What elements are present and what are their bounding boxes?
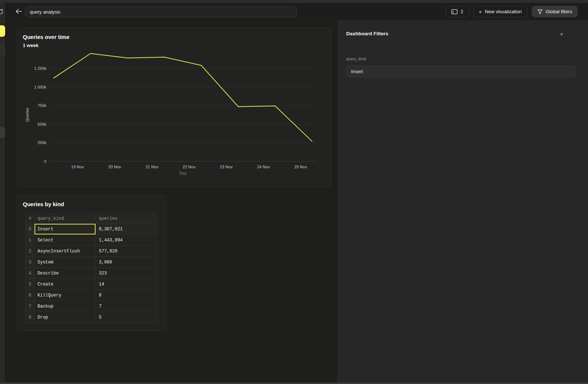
global-filters-label: Global filters (546, 9, 572, 14)
queries-cell[interactable]: 3,060 (96, 257, 157, 268)
row-index-cell[interactable]: 4 (26, 268, 35, 279)
row-index-cell[interactable]: 6 (26, 290, 35, 301)
query-kind-cell[interactable]: Backup (35, 301, 96, 312)
table-row: 2AsyncInsertFlush577,820 (26, 246, 157, 257)
x-tick-label: 19 Nov (71, 165, 84, 169)
x-tick-label: 23 Nov (220, 165, 233, 169)
back-button[interactable] (15, 8, 23, 15)
query-kind-cell[interactable]: Create (35, 279, 96, 290)
row-index-cell[interactable]: 7 (26, 301, 35, 312)
filters-panel-title: Dashboard Filters (346, 31, 388, 36)
table-title: Queries by kind (23, 201, 64, 207)
queries-cell[interactable]: 577,820 (96, 246, 157, 257)
y-tick-label: 0 (44, 159, 46, 164)
x-tick-label: 24 Nov (257, 165, 270, 169)
refresh-icon[interactable] (0, 8, 4, 15)
y-axis-title: Queries (25, 108, 29, 122)
topbar-actions: 2 + New visualization Global filters (446, 6, 578, 17)
console-count-button[interactable]: 2 (446, 6, 469, 17)
row-index-cell[interactable]: 5 (26, 279, 35, 290)
queries-cell[interactable]: 5 (96, 312, 157, 323)
sidebar-item-secondary[interactable] (0, 44, 5, 55)
queries-cell[interactable]: 8,307,021 (96, 224, 157, 235)
sidebar-divider (0, 21, 6, 21)
query-kind-filter-input[interactable] (346, 66, 576, 77)
queries-by-kind-table: #query_kindqueries 0Insert8,307,0211Sele… (25, 213, 157, 323)
queries-cell[interactable]: 323 (96, 268, 157, 279)
table-row: 1Select1,443,894 (26, 235, 157, 246)
query-kind-cell[interactable]: System (35, 257, 96, 268)
dashboard-title-input[interactable] (25, 6, 297, 17)
y-tick-label: 1 000k (34, 85, 47, 89)
x-axis-title: Day (179, 171, 187, 175)
queries-cell[interactable]: 8 (96, 290, 157, 301)
table-row: 6KillQuery8 (26, 290, 157, 301)
row-index-cell[interactable]: 1 (26, 235, 35, 246)
close-icon[interactable]: × (558, 30, 565, 38)
queries-over-time-card: Queries over time 1 week 0250k500k750k1 … (17, 28, 331, 187)
series-line-queries (54, 54, 312, 141)
row-index-cell[interactable]: 2 (26, 246, 35, 257)
queries-cell[interactable]: 7 (96, 301, 157, 312)
query-kind-cell[interactable]: Drop (35, 312, 96, 323)
console-count: 2 (460, 9, 463, 14)
query-kind-cell[interactable]: Select (35, 235, 96, 246)
x-tick-label: 21 Nov (146, 165, 158, 169)
sidebar-item-active-dashboard[interactable] (0, 25, 5, 37)
row-index-cell[interactable]: 0 (26, 224, 35, 235)
x-tick-label: 22 Nov (183, 165, 196, 169)
table-header: #query_kindqueries (26, 214, 157, 224)
queries-by-kind-card: Queries by kind #query_kindqueries 0Inse… (17, 195, 166, 331)
column-header-index[interactable]: # (26, 214, 35, 224)
new-visualization-button[interactable]: + New visualization (473, 6, 527, 17)
queries-line-chart[interactable]: 0250k500k750k1 000k1 250k19 Nov20 Nov21 … (17, 28, 331, 187)
table-row: 3System3,060 (26, 257, 157, 268)
plus-icon: + (479, 9, 482, 14)
column-header-queries[interactable]: queries (96, 214, 157, 224)
table-row: 4Describe323 (26, 268, 157, 279)
window-bottom-strip (0, 383, 588, 384)
queries-cell[interactable]: 1,443,894 (96, 235, 157, 246)
left-sidebar (0, 3, 6, 383)
row-index-cell[interactable]: 8 (26, 312, 35, 323)
table-row: 7Backup7 (26, 301, 157, 312)
sidebar-item-tertiary[interactable] (0, 127, 5, 138)
funnel-icon (537, 9, 543, 14)
column-header-query_kind[interactable]: query_kind (35, 214, 96, 224)
x-tick-label: 25 Nov (294, 165, 307, 169)
y-tick-label: 500k (37, 122, 46, 126)
dashboard-filters-panel: Dashboard Filters × query_kind (337, 20, 588, 383)
row-index-cell[interactable]: 3 (26, 257, 35, 268)
table-row: 5Create14 (26, 279, 157, 290)
query-kind-cell[interactable]: Insert (35, 224, 96, 235)
window-top-strip (0, 0, 588, 3)
table-row: 0Insert8,307,021 (26, 224, 157, 235)
queries-cell[interactable]: 14 (96, 279, 157, 290)
topbar: 2 + New visualization Global filters (6, 3, 588, 20)
filter-field-label: query_kind (346, 57, 366, 61)
x-tick-label: 20 Nov (108, 165, 121, 169)
global-filters-button[interactable]: Global filters (532, 6, 578, 17)
query-kind-cell[interactable]: Describe (35, 268, 96, 279)
new-visualization-label: New visualization (485, 9, 521, 14)
y-tick-label: 250k (37, 140, 46, 145)
query-kind-cell[interactable]: KillQuery (35, 290, 96, 301)
table-row: 8Drop5 (26, 312, 157, 323)
terminal-icon (451, 9, 458, 14)
y-tick-label: 750k (37, 103, 46, 108)
query-kind-cell[interactable]: AsyncInsertFlush (35, 246, 96, 257)
y-tick-label: 1 250k (34, 66, 47, 71)
